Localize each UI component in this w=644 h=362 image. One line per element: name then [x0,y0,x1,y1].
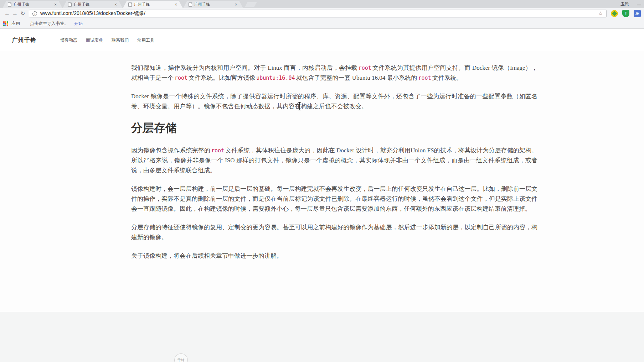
start-link[interactable]: 开始 [74,21,83,27]
tab-close-icon[interactable]: × [235,2,237,7]
site-header: 广州千锋 博客动态 面试宝典 联系我们 常用工具 [0,29,644,52]
tab-title: 广州千锋 [74,2,112,7]
site-logo[interactable]: 广州千锋 [12,37,36,44]
tab-title: 广州千锋 [134,2,172,7]
paragraph-layers: 镜像构建时，会一层层构建，前一层是后一层的基础。每一层构建完就不会再发生改变，后… [131,184,537,214]
browser-profile-name[interactable]: 卫民 [620,1,629,7]
browser-toolbar: ← → ↻ i www.funtl.com/2018/05/13/docker/… [0,8,644,19]
extension-shield-icon[interactable]: T [622,10,629,17]
page-favicon-icon [68,2,72,7]
tab-close-icon[interactable]: × [54,2,57,7]
new-tab-button[interactable] [245,2,257,7]
tab-close-icon[interactable]: × [175,2,177,7]
apps-label[interactable]: 应用 [11,21,20,27]
tab-title: 广州千锋 [194,2,233,7]
page-favicon-icon [8,2,11,7]
forward-icon[interactable]: → [11,10,19,17]
paragraph-intro: 我们都知道，操作系统分为内核和用户空间。对于 Linux 而言，内核启动后，会挂… [131,63,537,83]
browser-tab-1[interactable]: 广州千锋 × [2,1,62,8]
nav-item-contact[interactable]: 联系我们 [112,37,129,43]
paragraph-unionfs: 因为镜像包含操作系统完整的root文件系统，其体积往往是庞大的，因此在 Dock… [131,146,537,175]
text-cursor-ibeam [298,102,301,110]
extension-jh-icon[interactable]: JH [634,10,641,17]
browser-tab-2[interactable]: 广州千锋 × [63,1,123,8]
page-favicon-icon [128,2,132,7]
browser-tab-3-active[interactable]: 广州千锋 × [123,1,183,8]
tab-title: 广州千锋 [14,2,52,7]
paragraph-reuse: 分层存储的特征还使得镜像的复用、定制变的更为容易。甚至可以用之前构建好的镜像作为… [131,222,537,242]
browser-tab-4[interactable]: 广州千锋 × [183,1,243,8]
nav-item-blog[interactable]: 博客动态 [60,37,77,43]
address-bar[interactable]: i www.funtl.com/2018/05/13/docker/Docker… [29,10,607,17]
tab-close-icon[interactable]: × [114,2,117,7]
apps-grid-icon[interactable] [3,21,8,26]
page-favicon-icon [189,2,192,7]
browser-chrome: 广州千锋 × 广州千锋 × 广州千锋 × 广州千锋 × 卫民 ← → ↻ i [0,0,644,29]
nav-item-interview[interactable]: 面试宝典 [86,37,103,43]
webpage: 广州千锋 博客动态 面试宝典 联系我们 常用工具 我们都知道，操作系统分为内核和… [0,29,644,362]
section-heading-layered-storage: 分层存储 [131,121,537,135]
nav-item-tools[interactable]: 常用工具 [137,37,154,43]
page-info-icon[interactable]: i [32,11,37,16]
bookmarks-bar: 应用 点击这里导入书签。 开始 [0,19,644,29]
site-nav: 博客动态 面试宝典 联系我们 常用工具 [52,37,154,43]
paragraph-image-fs: Docker 镜像是一个特殊的文件系统，除了提供容器运行时所需的程序、库、资源、… [131,91,537,111]
extension-yellow-circle-icon[interactable] [611,10,618,17]
footer-avatar: 千锋 [174,353,188,362]
article-content: 我们都知道，操作系统分为内核和用户空间。对于 Linux 而言，内核启动后，会挂… [131,52,537,261]
window-minimize-icon[interactable] [637,5,641,5]
tab-strip: 广州千锋 × 广州千锋 × 广州千锋 × 广州千锋 × 卫民 [0,0,644,8]
import-bookmarks-hint[interactable]: 点击这里导入书签。 [30,21,68,27]
page-footer: 千锋 [0,312,644,362]
reload-icon[interactable]: ↻ [19,10,27,17]
url-text[interactable]: www.funtl.com/2018/05/13/docker/Docker-镜… [40,10,145,17]
paragraph-outro: 关于镜像构建，将会在后续相关章节中做进一步的讲解。 [131,251,537,261]
back-icon[interactable]: ← [3,10,11,17]
bookmark-star-icon[interactable]: ☆ [598,10,603,17]
